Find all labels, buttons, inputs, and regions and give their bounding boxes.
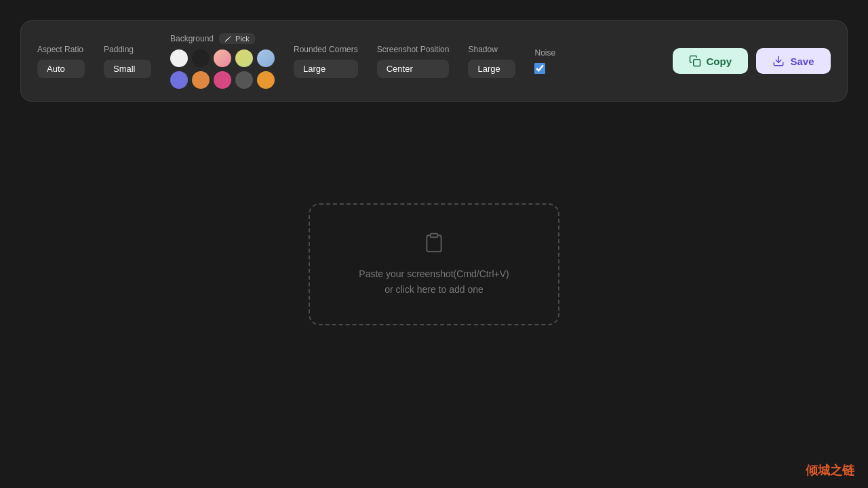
- toolbar: Aspect Ratio Auto Padding Small Backgrou…: [20, 20, 848, 102]
- save-button[interactable]: Save: [756, 48, 831, 74]
- pick-label: Pick: [235, 35, 250, 43]
- color-swatch-blue[interactable]: [257, 49, 275, 67]
- color-swatch-peach[interactable]: [214, 49, 231, 67]
- eyedropper-icon: [224, 35, 233, 43]
- rounded-corners-dropdown[interactable]: Large: [294, 60, 358, 78]
- color-swatch-white[interactable]: [170, 49, 188, 67]
- color-swatch-purple[interactable]: [170, 71, 188, 89]
- copy-icon: [689, 55, 701, 67]
- drop-line1: Paste your screenshot(Cmd/Ctrl+V): [359, 268, 509, 279]
- drop-zone[interactable]: Paste your screenshot(Cmd/Ctrl+V) or cli…: [309, 203, 559, 325]
- noise-label: Noise: [534, 48, 555, 58]
- save-label: Save: [790, 56, 814, 67]
- color-swatch-orange[interactable]: [192, 71, 210, 89]
- noise-checkbox[interactable]: [534, 63, 545, 74]
- color-swatch-orange2[interactable]: [257, 71, 275, 89]
- color-swatch-black[interactable]: [192, 49, 210, 67]
- svg-rect-0: [693, 60, 700, 66]
- aspect-ratio-group: Aspect Ratio Auto: [37, 45, 85, 78]
- shadow-label: Shadow: [468, 45, 515, 54]
- background-label-row: Background Pick: [170, 33, 275, 44]
- padding-dropdown[interactable]: Small: [104, 60, 151, 78]
- background-label: Background: [170, 34, 214, 43]
- rounded-corners-group: Rounded Corners Large: [294, 45, 358, 78]
- action-buttons: Copy Save: [673, 48, 831, 74]
- watermark: 倾城之链: [806, 462, 854, 479]
- copy-label: Copy: [707, 56, 732, 67]
- shadow-group: Shadow Large: [468, 45, 515, 78]
- noise-group: Noise: [534, 48, 555, 74]
- drop-line2: or click here to add one: [384, 284, 484, 295]
- screenshot-position-label: Screenshot Position: [377, 45, 450, 54]
- rounded-corners-label: Rounded Corners: [294, 45, 358, 54]
- screenshot-position-group: Screenshot Position Center: [377, 45, 450, 78]
- color-swatch-yellow[interactable]: [235, 49, 253, 67]
- background-group: Background Pick: [170, 33, 275, 89]
- drop-text: Paste your screenshot(Cmd/Ctrl+V) or cli…: [359, 266, 509, 297]
- copy-button[interactable]: Copy: [673, 48, 749, 74]
- color-swatch-gray[interactable]: [235, 71, 253, 89]
- save-icon: [772, 55, 785, 67]
- padding-label: Padding: [104, 45, 151, 54]
- pick-color-button[interactable]: Pick: [219, 33, 255, 44]
- aspect-ratio-label: Aspect Ratio: [37, 45, 85, 54]
- shadow-dropdown[interactable]: Large: [468, 60, 515, 78]
- screenshot-position-dropdown[interactable]: Center: [377, 60, 450, 78]
- color-swatch-pink[interactable]: [214, 71, 231, 89]
- svg-rect-2: [431, 234, 438, 237]
- padding-group: Padding Small: [104, 45, 151, 78]
- aspect-ratio-dropdown[interactable]: Auto: [37, 60, 85, 78]
- color-grid: [170, 49, 275, 89]
- clipboard-icon: [423, 232, 445, 258]
